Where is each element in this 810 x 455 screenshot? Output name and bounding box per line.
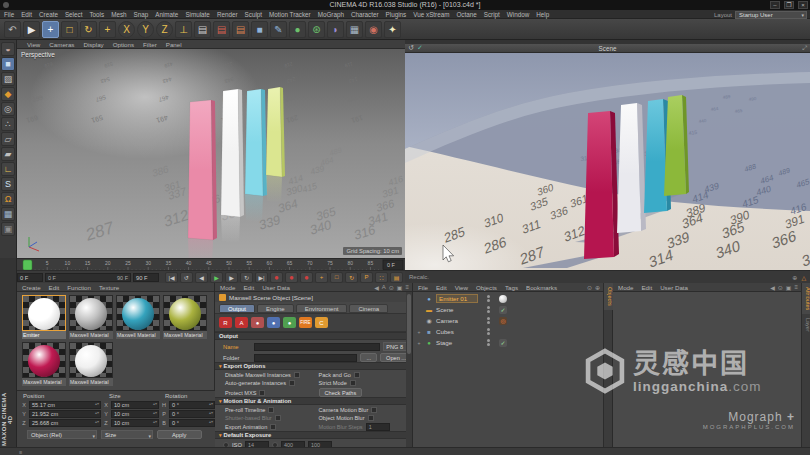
material-maxwell-material[interactable]: Maxwell Material xyxy=(163,295,207,339)
menu-item-plugins[interactable]: Plugins xyxy=(386,11,407,18)
menu-item-render[interactable]: Render xyxy=(217,11,238,18)
visibility-dots[interactable] xyxy=(487,328,490,335)
maxwell-c-icon[interactable]: C xyxy=(315,317,328,328)
maxwell-green-icon[interactable]: ● xyxy=(283,317,296,328)
viewport-menu-item-view[interactable]: View xyxy=(27,41,40,48)
close-button[interactable]: × xyxy=(798,1,808,9)
check-tag-icon[interactable]: ✓ xyxy=(499,306,507,314)
lock-workplane-icon[interactable]: ▣ xyxy=(1,222,15,236)
record-options-button[interactable]: ● xyxy=(300,272,313,283)
material-maxwell-material[interactable]: Maxwell Material xyxy=(69,295,113,339)
menu-item-character[interactable]: Character xyxy=(351,11,379,18)
section-collapse-icon[interactable]: ▾ xyxy=(219,432,222,438)
frame-range-slider[interactable]: 0 F 90 F xyxy=(45,273,131,282)
ruler-icon[interactable]: ∟ xyxy=(1,162,15,176)
section-collapse-icon[interactable]: ▾ xyxy=(219,363,222,369)
output-section-header[interactable]: Output xyxy=(215,332,412,340)
next-frame-button[interactable]: ▶ xyxy=(225,272,238,283)
object-motion-blur-checkbox[interactable] xyxy=(368,415,374,421)
visibility-dots[interactable] xyxy=(487,317,490,324)
attribute-menu-item-mode[interactable]: Mode xyxy=(220,284,235,291)
disable-maxwell-instances-checkbox[interactable] xyxy=(294,372,300,378)
convert-mode-icon[interactable]: ◒ xyxy=(1,42,15,56)
rpanel-menu-item-user-data[interactable]: User Data xyxy=(660,284,688,291)
tab-cinema[interactable]: Cinema xyxy=(349,304,388,313)
texture-mode-icon[interactable]: ▨ xyxy=(1,72,15,86)
material-thumbnail[interactable] xyxy=(163,295,207,331)
object-menu-item-view[interactable]: View xyxy=(455,284,468,291)
object-menu-item-objects[interactable]: Objects xyxy=(476,284,497,291)
viewport-menu-item-options[interactable]: Options xyxy=(113,41,134,48)
add-camera-icon[interactable]: ◉ xyxy=(365,21,382,38)
object-name[interactable]: Scene xyxy=(436,306,478,313)
rpanel-corner-icon-3[interactable]: ≡ xyxy=(794,284,798,291)
side-tab-attributes[interactable]: Attributes xyxy=(802,283,810,314)
object-row-scene[interactable]: ▬Scene✓ xyxy=(413,304,603,315)
tab-engine[interactable]: Engine xyxy=(257,304,294,313)
autokey-button[interactable]: ● xyxy=(285,272,298,283)
section-header-motion-blur-animation[interactable]: ▾Motion Blur & Animation xyxy=(215,397,412,405)
loop-button[interactable]: ↻ xyxy=(240,272,253,283)
camera-motion-blur-checkbox[interactable] xyxy=(371,407,377,413)
green-bar[interactable] xyxy=(266,87,282,177)
minimize-button[interactable]: – xyxy=(770,1,780,9)
apply-button[interactable]: Apply xyxy=(157,430,202,439)
add-cube-icon[interactable]: ■ xyxy=(251,21,268,38)
menu-item-snap[interactable]: Snap xyxy=(134,11,149,18)
side-tab-layer[interactable]: Layer xyxy=(802,314,810,336)
menu-item-simulate[interactable]: Simulate xyxy=(185,11,210,18)
material-menu-item-function[interactable]: Function xyxy=(67,284,91,291)
rotation-h-field[interactable]: 0 °▴▾ xyxy=(169,401,215,409)
menu-item-tools[interactable]: Tools xyxy=(89,11,104,18)
render-recalc-label[interactable]: Recalc. xyxy=(409,274,429,280)
points-mode-icon[interactable]: ∴ xyxy=(1,117,15,131)
object-row-emitter-01[interactable]: ●Emitter 01 xyxy=(413,293,603,304)
render-add-icon[interactable]: ⊕ xyxy=(792,274,797,281)
object-row-camera[interactable]: ◉Camera◎ xyxy=(413,315,603,326)
key-rotation-toggle[interactable]: ↻ xyxy=(345,272,358,283)
attribute-corner-icon-3[interactable]: ▣ xyxy=(397,284,403,291)
coord-size-select[interactable]: Size xyxy=(101,430,153,439)
strict-mode-checkbox[interactable] xyxy=(350,380,356,386)
menu-item-motion-tracker[interactable]: Motion Tracker xyxy=(269,11,311,18)
auto-generate-instances-checkbox[interactable] xyxy=(289,380,295,386)
menu-item-octane[interactable]: Octane xyxy=(456,11,476,18)
play-button[interactable]: ▶ xyxy=(210,272,223,283)
object-menu-item-file[interactable]: File xyxy=(418,284,428,291)
menu-item-select[interactable]: Select xyxy=(65,11,83,18)
maxwell-blue-icon[interactable]: ● xyxy=(267,317,280,328)
move-tool-icon[interactable]: + xyxy=(42,21,59,38)
shutter-based-blur-checkbox[interactable] xyxy=(275,415,281,421)
menu-item-help[interactable]: Help xyxy=(536,11,549,18)
attribute-corner-icon-0[interactable]: ◀ xyxy=(374,284,379,291)
coordinate-system-icon[interactable]: ⊥ xyxy=(175,21,192,38)
rpanel-corner-icon-1[interactable]: ⊙ xyxy=(778,284,783,291)
menu-item-vue-xstream[interactable]: Vue xStream xyxy=(413,11,449,18)
attribute-menu-item-edit[interactable]: Edit xyxy=(243,284,254,291)
lock-x-axis-icon[interactable]: X xyxy=(118,21,135,38)
render-settings-icon[interactable]: ▤ xyxy=(232,21,249,38)
add-light-icon[interactable]: ✦ xyxy=(384,21,401,38)
material-menu-item-create[interactable]: Create xyxy=(22,284,41,291)
add-generator-icon[interactable]: ● xyxy=(289,21,306,38)
white-bar[interactable] xyxy=(221,89,240,217)
maxwell-alpha-icon[interactable]: A xyxy=(235,317,248,328)
material-emitter[interactable]: Emitter xyxy=(22,295,66,339)
maxwell-fire-icon[interactable]: FIRE xyxy=(299,317,312,328)
playhead[interactable] xyxy=(23,260,32,270)
viewport-menu-item-cameras[interactable]: Cameras xyxy=(49,41,74,48)
maxwell-render-icon[interactable]: R xyxy=(219,317,232,328)
add-mograph-icon[interactable]: ⊛ xyxy=(308,21,325,38)
object-menu-item-edit[interactable]: Edit xyxy=(436,284,447,291)
pack-and-go-checkbox[interactable] xyxy=(354,372,360,378)
folder-input[interactable] xyxy=(254,354,357,362)
menu-item-animate[interactable]: Animate xyxy=(155,11,178,18)
play-preview-button[interactable]: ↺ xyxy=(180,272,193,283)
object-menu-item-bookmarks[interactable]: Bookmarks xyxy=(526,284,557,291)
coord-mode-select[interactable]: Object (Rel) xyxy=(27,430,97,439)
section-header-default-exposure[interactable]: ▾Default Exposure xyxy=(215,431,412,439)
maxwell-red-icon[interactable]: ● xyxy=(251,317,264,328)
material-thumbnail[interactable] xyxy=(69,295,113,331)
menu-item-script[interactable]: Script xyxy=(484,11,500,18)
record-keyframe-button[interactable]: ● xyxy=(270,272,283,283)
